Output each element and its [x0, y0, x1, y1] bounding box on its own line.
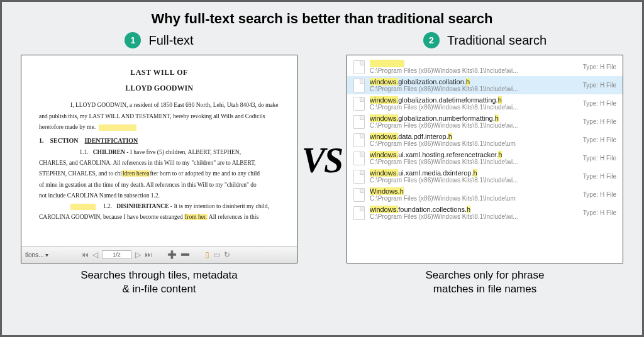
- doc-heading-1: LAST WILL OF: [39, 67, 279, 79]
- options-dropdown[interactable]: tions... ▾: [25, 251, 48, 258]
- file-main: C:\Program Files (x86)\Windows Kits\8.1\…: [370, 60, 578, 74]
- file-row[interactable]: windows.globalization.collation.hC:\Prog…: [347, 76, 623, 94]
- zoom-out-icon[interactable]: ➖: [180, 250, 190, 259]
- zoom-in-icon[interactable]: ➕: [167, 250, 177, 259]
- next-page-icon[interactable]: ▷: [135, 250, 141, 259]
- fit-page-icon[interactable]: ▯: [205, 250, 209, 259]
- file-icon: [353, 152, 365, 165]
- caption-line: matches in file names: [347, 282, 623, 296]
- file-name: windows.globalization.numberformatting.h: [370, 114, 578, 122]
- file-type: Type: H File: [583, 64, 616, 70]
- file-main: windows.globalization.numberformatting.h…: [370, 114, 578, 129]
- file-icon: [353, 170, 365, 184]
- file-path: C:\Program Files (x86)\Windows Kits\8.1\…: [370, 67, 578, 74]
- file-path: C:\Program Files (x86)\Windows Kits\8.1\…: [370, 158, 578, 165]
- file-name: [370, 60, 578, 67]
- caption-line: & in-file content: [21, 282, 297, 296]
- file-path: C:\Program Files (x86)\Windows Kits\8.1\…: [370, 86, 578, 92]
- badge-one: 1: [125, 32, 141, 48]
- file-row[interactable]: windows.ui.xaml.hosting.referencetracker…: [347, 149, 623, 167]
- doc-text: All references in this: [208, 214, 258, 220]
- caption-line: Searches through tiles, metadata: [21, 268, 297, 282]
- highlight-mark: from her.: [184, 214, 208, 220]
- file-row[interactable]: Windows.hC:\Program Files (x86)\Windows …: [347, 185, 623, 204]
- file-main: windows.data.pdf.interop.hC:\Program Fil…: [370, 133, 578, 147]
- page-title: Why full-text search is better than trad…: [2, 2, 642, 32]
- doc-sub-title: DISINHERITANCE: [116, 203, 169, 209]
- file-main: windows.foundation.collections.hC:\Progr…: [370, 206, 578, 220]
- doc-subsection-line: 1.1. CHILDREN - I have five (5) children…: [39, 148, 279, 157]
- file-icon: [353, 60, 365, 74]
- doc-text: - It is my intention to disinherit my ch…: [170, 203, 269, 209]
- doc-para-line: and publish this, my LAST WILL AND TESTA…: [39, 112, 279, 121]
- file-row[interactable]: C:\Program Files (x86)\Windows Kits\8.1\…: [347, 58, 623, 76]
- doc-text: STEPHEN, CHARLES, and to chi: [39, 170, 122, 177]
- file-row[interactable]: windows.ui.xaml.media.dxinterop.hC:\Prog…: [347, 167, 623, 185]
- doc-sub-title: CHILDREN: [93, 149, 125, 155]
- doc-para-line: CHARLES, and CAROLINA. All references in…: [39, 158, 279, 168]
- file-path: C:\Program Files (x86)\Windows Kits\8.1\…: [370, 122, 578, 129]
- file-path: C:\Program Files (x86)\Windows Kits\8.1\…: [370, 213, 578, 220]
- file-main: windows.ui.xaml.hosting.referencetracker…: [370, 151, 578, 165]
- file-icon: [353, 133, 365, 147]
- first-page-icon[interactable]: ⏮: [81, 250, 89, 259]
- file-icon: [353, 79, 365, 92]
- file-name: windows.ui.xaml.hosting.referencetracker…: [370, 151, 578, 158]
- file-type: Type: H File: [583, 82, 616, 89]
- doc-sub-num: 1.1.: [79, 149, 88, 155]
- file-main: windows.globalization.datetimeformatting…: [370, 96, 578, 111]
- doc-para-line: heretofore made by me.: [39, 123, 279, 132]
- page-number-input[interactable]: 1/2: [102, 250, 131, 259]
- highlight-mark: ldren herea: [122, 170, 150, 177]
- file-row[interactable]: windows.globalization.numberformatting.h…: [347, 113, 623, 131]
- file-name: windows.ui.xaml.media.dxinterop.h: [370, 169, 578, 177]
- fulltext-column: 1 Full-text LAST WILL OF LLOYD GOODWIN I…: [21, 32, 297, 296]
- rotate-icon[interactable]: ↻: [224, 250, 230, 259]
- doc-sub-num: 1.2.: [103, 203, 112, 209]
- traditional-header: 2 Traditional search: [347, 32, 623, 48]
- fulltext-title: Full-text: [148, 33, 193, 48]
- badge-two: 2: [423, 32, 440, 48]
- file-type: Type: H File: [583, 100, 616, 107]
- fit-width-icon[interactable]: ▭: [213, 250, 220, 259]
- traditional-column: 2 Traditional search C:\Program Files (x…: [347, 32, 623, 296]
- file-name: windows.foundation.collections.h: [370, 206, 578, 213]
- doc-sec-title: IDENTIFICATION: [85, 137, 138, 144]
- doc-para-line: not include CAROLINA Named in subsection…: [39, 191, 279, 201]
- doc-subsection-line: 1.2. DISINHERITANCE - It is my intention…: [39, 202, 279, 211]
- file-type: Type: H File: [583, 155, 616, 162]
- file-list: C:\Program Files (x86)\Windows Kits\8.1\…: [347, 55, 623, 224]
- file-type: Type: H File: [583, 191, 616, 198]
- caption-line: Searches only for phrase: [347, 268, 623, 282]
- file-row[interactable]: windows.globalization.datetimeformatting…: [347, 94, 623, 113]
- file-row[interactable]: windows.data.pdf.interop.hC:\Program Fil…: [347, 131, 623, 149]
- doc-sec-num: 1.: [39, 137, 44, 144]
- file-type: Type: H File: [583, 209, 616, 216]
- file-main: windows.globalization.collation.hC:\Prog…: [370, 78, 578, 92]
- file-icon: [353, 206, 365, 220]
- file-name: windows.globalization.datetimeformatting…: [370, 96, 578, 104]
- file-main: windows.ui.xaml.media.dxinterop.hC:\Prog…: [370, 169, 578, 184]
- file-icon: [353, 115, 365, 129]
- doc-para-line: of mine in gestation at the time of my d…: [39, 180, 279, 190]
- file-name: windows.data.pdf.interop.h: [370, 133, 578, 140]
- doc-text: CAROLINA GOODWIN, because I have become …: [39, 214, 184, 220]
- prev-page-icon[interactable]: ◁: [92, 250, 98, 259]
- doc-text: heretofore made by me.: [39, 124, 96, 130]
- fulltext-header: 1 Full-text: [21, 32, 297, 48]
- file-path: C:\Program Files (x86)\Windows Kits\8.1\…: [370, 177, 578, 184]
- traditional-caption: Searches only for phrase matches in file…: [347, 263, 623, 296]
- file-icon: [353, 188, 365, 202]
- comparison-columns: 1 Full-text LAST WILL OF LLOYD GOODWIN I…: [2, 32, 642, 296]
- last-page-icon[interactable]: ⏭: [145, 250, 152, 259]
- document-body: LAST WILL OF LLOYD GOODWIN I, LLOYD GOOD…: [21, 55, 297, 242]
- file-row[interactable]: windows.foundation.collections.hC:\Progr…: [347, 204, 623, 222]
- vs-label: VS: [302, 140, 343, 180]
- file-name: windows.globalization.collation.h: [370, 78, 578, 86]
- file-name: Windows.h: [370, 187, 578, 195]
- file-path: C:\Program Files (x86)\Windows Kits\8.1\…: [370, 104, 578, 111]
- traditional-title: Traditional search: [447, 33, 547, 48]
- highlight-mark: [99, 124, 136, 131]
- file-path: C:\Program Files (x86)\Windows Kits\8.1\…: [370, 195, 578, 202]
- file-results-panel: C:\Program Files (x86)\Windows Kits\8.1\…: [347, 55, 623, 263]
